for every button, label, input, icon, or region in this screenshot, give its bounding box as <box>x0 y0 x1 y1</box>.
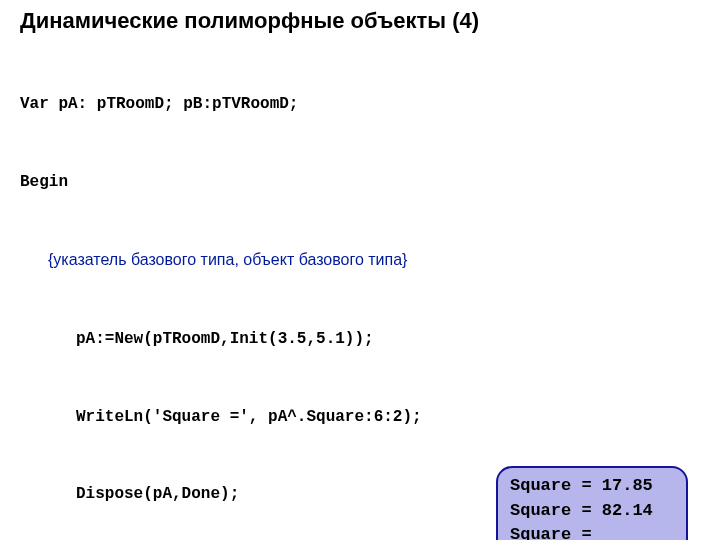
code-line: Begin <box>20 170 700 196</box>
code-block: Var pA: pTRoomD; pB:pTVRoomD; Begin {ука… <box>20 40 700 540</box>
code-comment: {указатель базового типа, объект базовог… <box>48 251 407 268</box>
output-box: Square = 17.85 Square = 82.14 Square = <box>496 466 688 540</box>
code-line: Var pA: pTRoomD; pB:pTVRoomD; <box>20 92 700 118</box>
slide-title: Динамические полиморфные объекты (4) <box>20 8 700 34</box>
code-line: pA:=New(pTRoomD,Init(3.5,5.1)); <box>20 327 700 353</box>
code-line: WriteLn('Square =', pA^.Square:6:2); <box>20 405 700 431</box>
slide: Динамические полиморфные объекты (4) Var… <box>0 0 720 540</box>
